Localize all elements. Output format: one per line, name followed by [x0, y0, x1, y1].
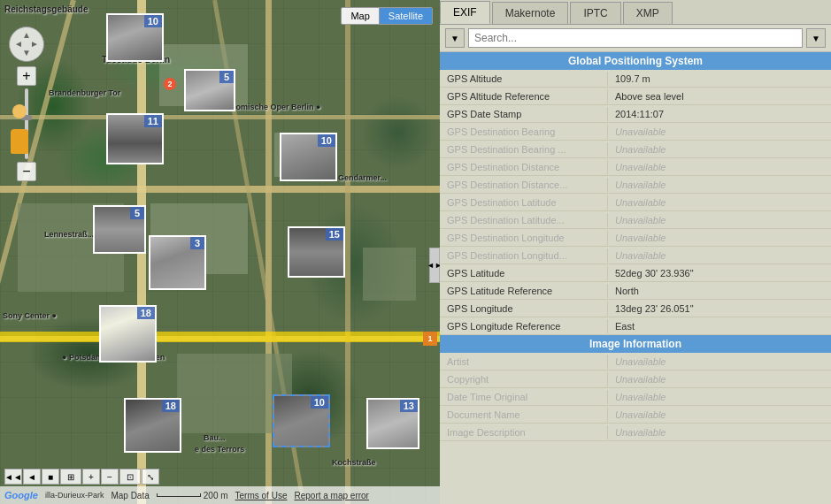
row-gps-latitude: GPS Latitude 52deg 30' 23.936"	[440, 264, 831, 282]
key-artist: Artist	[440, 355, 608, 369]
data-table: Global Positioning System GPS Altitude 1…	[440, 52, 831, 504]
nav-minus-button[interactable]: −	[101, 469, 119, 485]
val-gps-altitude: 109.7 m	[608, 72, 831, 86]
thumb-count-11: 13	[400, 400, 418, 412]
pegman-icon[interactable]	[7, 104, 32, 140]
photo-thumb-8[interactable]: 18	[99, 305, 157, 363]
photo-thumb-1[interactable]: 10	[106, 13, 164, 62]
nav-plus-button[interactable]: +	[82, 469, 100, 485]
nav-grid-button[interactable]: ⊡	[119, 469, 141, 485]
pan-control[interactable]: ▲ ◄► ▼	[9, 27, 44, 62]
key-gps-dest-bearing: GPS Destination Bearing	[440, 125, 608, 139]
key-gps-dest-dist: GPS Destination Distance	[440, 160, 608, 174]
photo-thumb-9[interactable]: 18	[124, 398, 181, 453]
terms-link[interactable]: Terms of Use	[235, 491, 288, 500]
key-copyright: Copyright	[440, 372, 608, 386]
val-gps-latitude: 52deg 30' 23.936"	[608, 266, 831, 280]
row-gps-lat-ref: GPS Latitude Reference North	[440, 282, 831, 300]
label-kochstr: Kochstraße	[332, 458, 376, 467]
key-gps-dest-bearing2: GPS Destination Bearing ...	[440, 142, 608, 157]
right-panel: EXIF Makernote IPTC XMP ▼ ▼ Global Posit…	[440, 0, 831, 504]
scale-bar: 200 m	[157, 491, 228, 500]
route-badge-1: 1	[423, 332, 437, 346]
tab-xmp[interactable]: XMP	[623, 2, 673, 24]
thumb-count-3: 11	[144, 115, 162, 127]
photo-thumb-11[interactable]: 13	[366, 398, 419, 449]
map-panel: Map Satellite ▲ ◄► ▼ + − Reichstagsgebäu…	[0, 0, 440, 504]
row-gps-date-stamp: GPS Date Stamp 2014:11:07	[440, 105, 831, 123]
key-gps-dest-dist2: GPS Destination Distance...	[440, 178, 608, 192]
key-document-name: Document Name	[440, 408, 608, 422]
tab-iptc[interactable]: IPTC	[570, 2, 620, 24]
sidebar-expand-handle[interactable]: ◄►	[429, 248, 440, 283]
building-block-6	[363, 248, 416, 301]
photo-thumb-3[interactable]: 11	[106, 113, 164, 164]
pegman-head	[12, 104, 27, 118]
photo-thumb-4[interactable]: 10	[280, 133, 337, 181]
zoom-out-button[interactable]: −	[17, 162, 36, 181]
key-gps-dest-lat: GPS Destination Latitude	[440, 195, 608, 210]
search-input[interactable]	[468, 28, 803, 48]
search-bar: ▼ ▼	[440, 25, 831, 52]
val-gps-lon-ref: East	[608, 319, 831, 333]
key-date-time-original: Date Time Original	[440, 390, 608, 404]
photo-thumb-6[interactable]: 3	[149, 235, 206, 290]
google-logo: Google	[4, 490, 38, 500]
val-image-description: Unavailable	[608, 425, 831, 439]
nav-expand-button[interactable]: ⤡	[142, 469, 159, 485]
thumb-count-4: 10	[318, 134, 335, 147]
val-document-name: Unavailable	[608, 408, 831, 422]
label-brandenburger: Brandenburger Tor	[49, 88, 120, 97]
row-image-description: Image Description Unavailable	[440, 424, 831, 441]
section-header-gps: Global Positioning System	[440, 52, 831, 70]
val-gps-dest-dist2: Unavailable	[608, 178, 831, 192]
row-gps-dest-lon: GPS Destination Longitude Unavailable	[440, 229, 831, 247]
road-horizontal-3	[0, 115, 440, 119]
key-gps-dest-lon2: GPS Destination Longitud...	[440, 248, 608, 263]
key-gps-longitude: GPS Longitude	[440, 302, 608, 316]
val-gps-dest-lat: Unavailable	[608, 195, 831, 210]
val-gps-date-stamp: 2014:11:07	[608, 107, 831, 121]
row-gps-dest-bearing: GPS Destination Bearing Unavailable	[440, 123, 831, 141]
zoom-in-button[interactable]: +	[17, 66, 36, 86]
thumb-count-1: 10	[144, 15, 162, 27]
road-horizontal-1	[0, 186, 440, 193]
nav-map-view-button[interactable]: ⊞	[60, 469, 81, 485]
tab-makernote[interactable]: Makernote	[492, 2, 569, 24]
thumb-count-9: 18	[162, 400, 180, 412]
thumb-count-5: 5	[130, 207, 144, 219]
search-options-button[interactable]: ▼	[806, 28, 826, 48]
map-type-map-button[interactable]: Map	[342, 8, 379, 24]
row-document-name: Document Name Unavailable	[440, 406, 831, 424]
nav-prev-button[interactable]: ◄	[23, 469, 41, 485]
location-badge-2: 2	[164, 78, 176, 90]
road-vertical-3	[345, 0, 350, 504]
label-lennestr: Lennestraß...	[44, 230, 94, 239]
bottom-nav-controls: ◄◄ ◄ ■ ⊞ + − ⊡ ⤡	[4, 469, 159, 485]
nav-stop-button[interactable]: ■	[42, 469, 59, 485]
key-gps-latitude: GPS Latitude	[440, 266, 608, 280]
photo-thumb-2[interactable]: 5	[184, 69, 235, 111]
tab-exif[interactable]: EXIF	[440, 1, 490, 24]
val-artist: Unavailable	[608, 355, 831, 369]
photo-thumb-7[interactable]: 15	[288, 226, 345, 278]
val-gps-dest-lat2: Unavailable	[608, 213, 831, 227]
label-terrors: e des Terrors	[195, 445, 244, 454]
val-gps-dest-bearing2: Unavailable	[608, 142, 831, 157]
photo-thumb-10[interactable]: 10	[273, 394, 330, 447]
row-gps-dest-lat2: GPS Destination Latitude... Unavailable	[440, 211, 831, 229]
val-gps-longitude: 13deg 23' 26.051"	[608, 302, 831, 316]
search-dropdown-button[interactable]: ▼	[445, 28, 465, 48]
key-gps-date-stamp: GPS Date Stamp	[440, 107, 608, 121]
val-gps-altitude-ref: Above sea level	[608, 89, 831, 103]
nav-prev-prev-button[interactable]: ◄◄	[4, 469, 22, 485]
row-copyright: Copyright Unavailable	[440, 370, 831, 388]
map-type-satellite-button[interactable]: Satellite	[380, 8, 432, 24]
val-gps-lat-ref: North	[608, 284, 831, 298]
val-gps-dest-dist: Unavailable	[608, 160, 831, 174]
tabs-header: EXIF Makernote IPTC XMP	[440, 0, 831, 25]
report-link[interactable]: Report a map error	[294, 491, 368, 500]
key-gps-altitude: GPS Altitude	[440, 72, 608, 86]
section-header-image-info: Image Information	[440, 335, 831, 353]
photo-thumb-5[interactable]: 5	[93, 205, 146, 254]
